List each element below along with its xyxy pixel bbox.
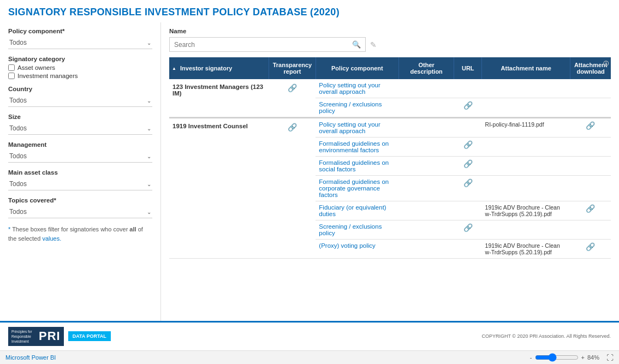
transparency-link-icon[interactable]: 🔗 [288,123,297,132]
url-cell [454,240,482,259]
attachment-download-cell: 🔗 [570,240,611,259]
url-cell: 🔗 [454,98,482,117]
signatory-category-label: Signatory category [8,56,152,62]
country-label: Country [8,86,152,92]
page-title: SIGNATORY RESPONSIBLE INVESTMENT POLICY … [8,7,611,18]
table-body: 123 Investment Managers (123 IM)🔗Policy … [169,79,611,259]
investor-name-cell: 1919 Investment Counsel [169,118,269,259]
topics-covered-chevron-icon: ⌄ [147,209,151,215]
col-transparency-report[interactable]: Transparency report [269,57,316,79]
policy-component-cell[interactable]: Policy setting out your overall approach [316,79,398,98]
policy-component-value: Todos [9,39,27,46]
search-input[interactable] [174,41,352,49]
attachment-name-cell: RI-policy-final-1119.pdf [482,118,570,138]
other-description-cell [398,240,454,259]
attachment-download-cell [570,157,611,176]
sidebar: Policy component* Todos ⌄ Signatory cate… [0,22,161,321]
url-link-icon[interactable]: 🔗 [463,223,473,232]
zoom-controls: - + 84% ⛶ [530,353,614,362]
bottom-bar: Microsoft Power BI - + 84% ⛶ [0,350,619,364]
asset-owners-checkbox-item[interactable]: Asset owners [8,64,152,71]
zoom-minus-button[interactable]: - [530,354,532,361]
attachment-download-cell [570,79,611,98]
power-bi-link[interactable]: Microsoft Power BI [5,354,56,361]
transparency-report-cell: 🔗 [269,118,316,259]
url-cell: 🔗 [454,138,482,157]
asset-owners-checkbox[interactable] [8,64,15,71]
footer-copyright: COPYRIGHT © 2020 PRI Association. All Ri… [481,333,611,339]
attachment-name-cell [482,176,570,201]
policy-component-cell[interactable]: Formalised guidelines on corporate gover… [316,176,398,201]
other-description-cell [398,220,454,240]
main-asset-class-value: Todos [9,180,27,188]
management-select[interactable]: Todos ⌄ [8,150,152,163]
attachment-download-icon[interactable]: 🔗 [586,204,595,213]
other-description-cell [398,118,454,138]
data-portal-label: DATA PORTAL [68,331,111,341]
col-url[interactable]: URL [454,57,482,79]
url-cell [454,79,482,98]
attachment-download-icon[interactable]: 🔗 [586,121,595,130]
attachment-download-cell [570,98,611,117]
attachment-name-cell [482,220,570,240]
other-description-cell [398,201,454,220]
info-icon[interactable]: ⓘ [603,60,609,68]
zoom-plus-button[interactable]: + [581,354,585,361]
pri-subtitle-line2: Responsible [11,334,35,339]
policy-component-select[interactable]: Todos ⌄ [8,37,152,49]
management-chevron-icon: ⌄ [147,153,151,159]
policy-component-cell[interactable]: Fiduciary (or equivalent) duties [316,201,398,220]
col-policy-component[interactable]: Policy component [316,57,398,79]
country-chevron-icon: ⌄ [147,98,151,104]
zoom-slider[interactable] [535,353,579,362]
policy-component-chevron-icon: ⌄ [147,40,151,46]
url-link-icon[interactable]: 🔗 [463,101,473,110]
signatory-category-section: Signatory category Asset owners Investme… [8,56,152,79]
attachment-name-cell: 1919ic ADV Brochure - Clean w-TrdrSupps … [482,201,570,220]
col-other-description[interactable]: Other description [398,57,454,79]
url-cell: 🔗 [454,220,482,240]
attachment-download-cell: 🔗 [570,201,611,220]
pri-subtitle-line3: Investment [11,339,35,344]
pri-logo: Principles for Responsible Investment PR… [8,327,111,346]
col-investor-signatory[interactable]: ▲ Investor signatory [169,57,269,79]
other-description-cell [398,157,454,176]
policy-component-cell[interactable]: Formalised guidelines on environmental f… [316,138,398,157]
col-attachment-download[interactable]: Attachment download ⓘ [570,57,611,79]
investment-managers-checkbox-item[interactable]: Investment managers [8,73,152,79]
transparency-link-icon[interactable]: 🔗 [288,83,297,92]
table-row: 123 Investment Managers (123 IM)🔗Policy … [169,79,611,98]
policy-component-cell[interactable]: (Proxy) voting policy [316,240,398,259]
data-table: ▲ Investor signatory Transparency report… [169,57,611,259]
col-attachment-name[interactable]: Attachment name [482,57,570,79]
search-box: 🔍 [169,37,366,52]
filter-note: * These boxes filter for signatories who… [8,225,152,243]
attachment-name-cell [482,157,570,176]
investment-managers-checkbox[interactable] [8,73,15,79]
url-link-icon[interactable]: 🔗 [463,159,473,168]
policy-component-cell[interactable]: Screening / exclusions policy [316,98,398,117]
policy-component-cell[interactable]: Formalised guidelines on social factors [316,157,398,176]
attachment-name-cell [482,138,570,157]
size-select[interactable]: Todos ⌄ [8,122,152,135]
investment-managers-label: Investment managers [17,73,78,79]
attachment-download-cell: 🔗 [570,118,611,138]
table-header-row: ▲ Investor signatory Transparency report… [169,57,611,79]
signatory-checkboxes: Asset owners Investment managers [8,64,152,79]
table-container: ▲ Investor signatory Transparency report… [169,57,611,315]
main-asset-class-chevron-icon: ⌄ [147,181,151,187]
url-link-icon[interactable]: 🔗 [463,178,473,187]
zoom-value: 84% [587,354,599,361]
policy-component-cell[interactable]: Screening / exclusions policy [316,220,398,240]
policy-component-cell[interactable]: Policy setting out your overall approach [316,118,398,138]
main-asset-class-select[interactable]: Todos ⌄ [8,178,152,190]
attachment-name-cell [482,98,570,117]
main-asset-class-section: Main asset class Todos ⌄ [8,169,152,190]
fullscreen-icon[interactable]: ⛶ [606,354,614,362]
url-link-icon[interactable]: 🔗 [463,140,473,149]
country-select[interactable]: Todos ⌄ [8,94,152,107]
attachment-download-icon[interactable]: 🔗 [586,242,595,251]
eraser-icon[interactable]: ✎ [370,40,377,49]
topics-covered-select[interactable]: Todos ⌄ [8,206,152,218]
url-cell: 🔗 [454,157,482,176]
